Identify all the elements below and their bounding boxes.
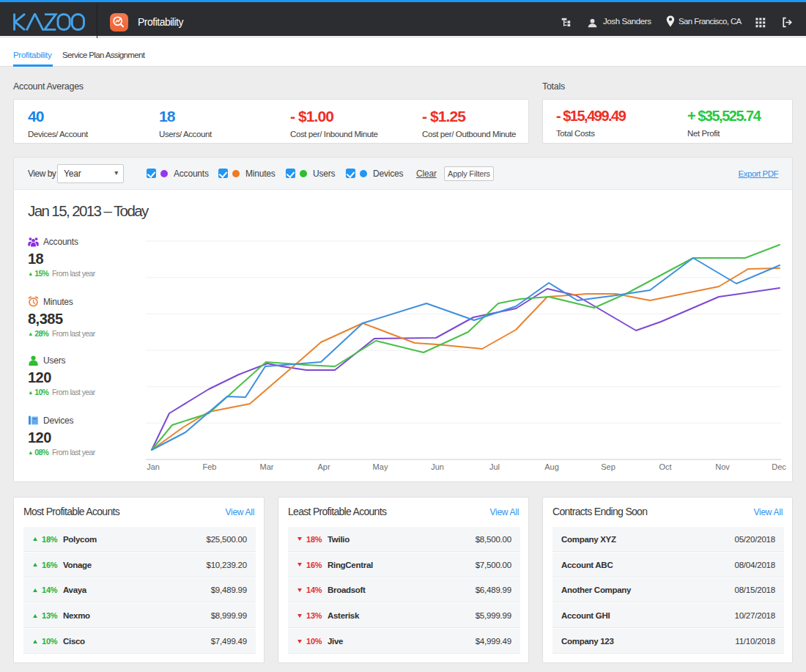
svg-text:Jun: Jun bbox=[431, 462, 444, 471]
svg-text:Jul: Jul bbox=[489, 462, 500, 471]
svg-text:Nov: Nov bbox=[715, 462, 730, 471]
svg-text:Sep: Sep bbox=[601, 462, 615, 471]
svg-text:Aug: Aug bbox=[544, 462, 559, 471]
svg-text:Apr: Apr bbox=[317, 462, 330, 471]
svg-text:Dec: Dec bbox=[772, 462, 786, 471]
svg-text:Feb: Feb bbox=[203, 462, 217, 471]
svg-text:May: May bbox=[373, 462, 388, 471]
svg-text:Jan: Jan bbox=[147, 462, 160, 471]
svg-text:Mar: Mar bbox=[260, 462, 274, 471]
svg-text:Oct: Oct bbox=[659, 462, 671, 471]
